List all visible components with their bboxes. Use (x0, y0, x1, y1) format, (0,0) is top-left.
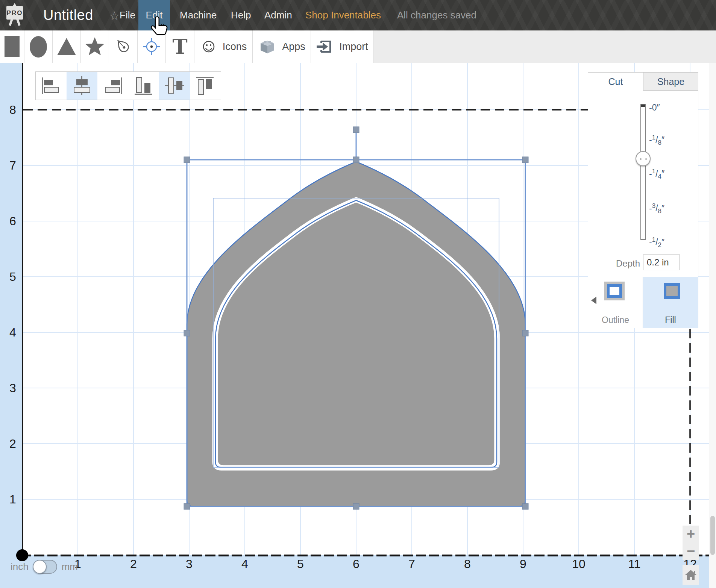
menu-edit[interactable]: Edit (138, 0, 170, 30)
align-left-icon (42, 77, 60, 94)
resize-handle-bottom-center[interactable] (353, 503, 359, 509)
unit-inch-label[interactable]: inch (11, 561, 29, 573)
unit-mm-label[interactable]: mm (62, 561, 78, 573)
fill-cut-button[interactable]: Fill (643, 277, 698, 328)
home-icon (684, 569, 697, 580)
v-ruler-8: 8 (9, 103, 16, 117)
h-ruler-5: 5 (297, 557, 304, 571)
text-tool-button[interactable]: T (166, 30, 194, 63)
unit-toggle-group: inch mm (11, 560, 78, 574)
outline-label: Outline (588, 315, 643, 325)
collapse-arrow-icon[interactable] (591, 297, 596, 304)
depth-slider-track[interactable] (640, 104, 646, 240)
resize-handle-middle-left[interactable] (184, 330, 190, 336)
h-ruler-10: 10 (572, 557, 586, 571)
easel-app: PRO Untitled ☆ File Edit Machine Help Ad… (0, 0, 716, 588)
align-bottom-button[interactable] (128, 72, 159, 100)
menu-shop-inventables[interactable]: Shop Inventables (305, 0, 381, 30)
align-middle-vertical-button[interactable] (159, 72, 190, 100)
star-tool-button[interactable] (81, 30, 109, 63)
smiley-icon (200, 38, 217, 55)
resize-handle-middle-right[interactable] (522, 330, 528, 336)
unit-toggle-switch[interactable] (33, 560, 57, 574)
crosshair-target-icon (142, 37, 161, 56)
v-ruler-6: 6 (9, 214, 16, 228)
depth-tick-quarter: -1/4″ (649, 166, 664, 177)
v-ruler-1: 1 (9, 493, 16, 506)
logo-pro-text: PRO (7, 9, 23, 17)
toolbar-filler (373, 30, 716, 63)
favorite-star-icon[interactable]: ☆ (109, 0, 120, 30)
menu-file[interactable]: File (120, 0, 135, 30)
pen-tool-button[interactable] (109, 30, 138, 63)
resize-handle-top-center[interactable] (353, 157, 359, 163)
rotation-handle[interactable] (353, 127, 359, 133)
depth-slider-handle[interactable] (636, 151, 651, 166)
depth-input[interactable]: 0.2 in (643, 255, 680, 270)
triangle-icon (57, 38, 76, 55)
v-ruler-7: 7 (9, 159, 16, 172)
toggle-knob (33, 560, 47, 574)
star-icon (85, 37, 105, 56)
cut-panel: Cut Shape -0″ -1/8″ -1/4″ -3/8″ -1/2″ De… (588, 72, 698, 328)
vertical-scrollbar[interactable] (709, 63, 716, 588)
h-ruler-4: 4 (241, 557, 248, 571)
align-bottom-icon (135, 77, 153, 94)
h-ruler-8: 8 (464, 557, 471, 571)
h-ruler-11: 11 (628, 557, 640, 571)
tab-cut[interactable]: Cut (588, 73, 643, 91)
left-ruler (0, 63, 23, 555)
depth-tick-three-eighths: -3/8″ (649, 200, 664, 212)
drill-point-tool-button[interactable] (138, 30, 166, 63)
save-status: All changes saved (397, 0, 476, 30)
menu-admin[interactable]: Admin (264, 0, 292, 30)
resize-handle-bottom-right[interactable] (522, 503, 528, 509)
zoom-out-button[interactable]: − (683, 543, 699, 560)
resize-handle-top-right[interactable] (522, 157, 528, 163)
tab-shape[interactable]: Shape (643, 73, 698, 91)
icons-label: Icons (223, 41, 247, 53)
zoom-controls: + − (683, 526, 699, 560)
depth-label: Depth (604, 258, 640, 269)
h-ruler-3: 3 (186, 557, 193, 571)
h-ruler-9: 9 (520, 557, 526, 571)
square-tool-button[interactable] (0, 30, 24, 63)
cut-type-section: Outline Fill (588, 277, 698, 328)
triangle-tool-button[interactable] (53, 30, 81, 63)
align-left-button[interactable] (36, 72, 67, 100)
v-ruler-3: 3 (9, 381, 16, 395)
home-view-button[interactable] (683, 565, 699, 585)
outline-swatch-icon (607, 284, 622, 298)
import-label: Import (339, 41, 368, 53)
align-middle-vertical-icon (165, 77, 184, 94)
apps-tool-button[interactable]: Apps (253, 30, 311, 63)
outline-cut-button[interactable]: Outline (588, 277, 643, 328)
menu-help[interactable]: Help (231, 0, 251, 30)
align-right-icon (104, 77, 122, 94)
import-tool-button[interactable]: Import (311, 30, 373, 63)
import-icon (316, 38, 334, 56)
v-ruler-5: 5 (9, 270, 16, 283)
h-ruler-2: 2 (130, 557, 137, 571)
align-top-button[interactable] (190, 72, 221, 100)
resize-handle-bottom-left[interactable] (184, 503, 190, 509)
zoom-in-button[interactable]: + (683, 526, 699, 543)
align-right-button[interactable] (97, 72, 128, 100)
align-top-icon (196, 77, 214, 94)
h-ruler-7: 7 (408, 557, 415, 571)
depth-slider-zero-mark (641, 105, 645, 107)
tool-toolbar: T Icons Apps (0, 30, 716, 63)
align-center-horizontal-button[interactable] (67, 72, 97, 100)
icons-tool-button[interactable]: Icons (194, 30, 253, 63)
v-ruler-4: 4 (9, 326, 16, 339)
h-ruler-6: 6 (353, 557, 360, 571)
apps-label: Apps (282, 41, 305, 53)
menu-machine[interactable]: Machine (180, 0, 217, 30)
scrollbar-thumb[interactable] (710, 516, 715, 555)
depth-tick-eighth: -1/8″ (649, 132, 664, 143)
resize-handle-top-left[interactable] (184, 157, 190, 163)
easel-pro-logo[interactable]: PRO (5, 2, 25, 28)
circle-tool-button[interactable] (24, 30, 53, 63)
app-header: PRO Untitled ☆ File Edit Machine Help Ad… (0, 0, 716, 30)
document-title[interactable]: Untitled (43, 0, 93, 30)
